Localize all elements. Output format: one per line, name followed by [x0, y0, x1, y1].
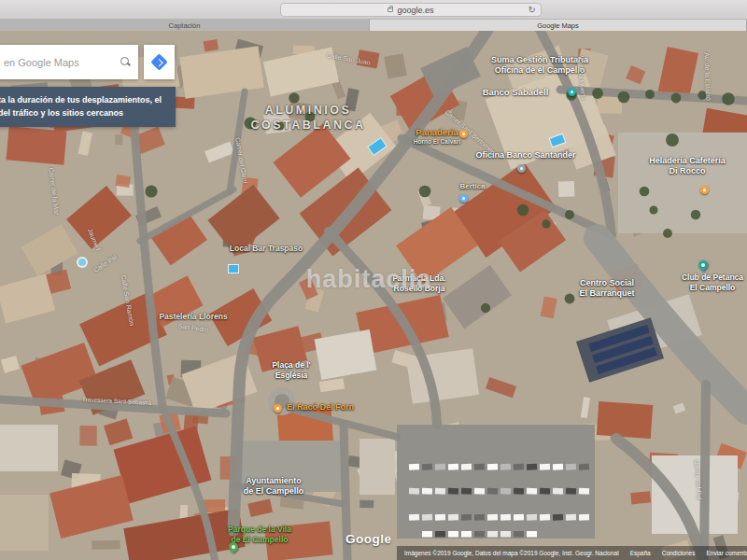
- terms-link[interactable]: Condiciones: [662, 550, 696, 556]
- attribution-bar: Imágenes ©2019 Google, Datos del mapa ©2…: [397, 546, 747, 560]
- street-label-san-pedro: San Pedro: [177, 322, 209, 334]
- street-label-calle-san-juan: Calle San Juan: [326, 52, 371, 68]
- street-label-av-de-la-estacio: Av. de la Estació: [702, 52, 712, 101]
- refresh-icon[interactable]: ↻: [529, 4, 536, 16]
- poi-label-centro-social-el-barranquet[interactable]: Centro SocialEl Barranquet: [579, 278, 634, 300]
- tab-captacion[interactable]: Captación: [0, 20, 370, 31]
- lock-icon: [388, 7, 393, 12]
- shop-marker-bertica[interactable]: [459, 194, 468, 203]
- street-label-calle-san-ramon: Calle San Ramón: [119, 274, 135, 327]
- street-label-jaume-i: Jaume I: [85, 228, 101, 252]
- poi-label-club-petanca[interactable]: Club de PetancaEl Campello: [682, 273, 743, 292]
- poi-label-bertica[interactable]: Bertica: [459, 182, 485, 191]
- poi-label-banco-sabadell[interactable]: Banco Sabadell: [483, 87, 549, 98]
- map-copyright: Imágenes ©2019 Google, Datos del mapa ©2…: [404, 550, 619, 556]
- directions-icon: [150, 53, 167, 70]
- travel-time-tooltip: ta la duración de tus desplazamientos, e…: [0, 87, 176, 127]
- url-text: google.es: [397, 6, 433, 15]
- street-label-calle-pal: Calle Pal: [92, 254, 119, 275]
- bakery-marker[interactable]: [459, 130, 468, 138]
- tab-google-maps[interactable]: Google Maps: [370, 20, 747, 31]
- street-label-travessera-sant-sebastia: Travessera Sant Sebastià: [82, 396, 152, 407]
- map-canvas[interactable]: ALUMINIOSCOSTABLANCASuma Gestión Tributa…: [0, 31, 747, 560]
- poi-label-local-bar-traspaso[interactable]: Local Bar Traspaso: [230, 244, 303, 254]
- browser-toolbar: google.es ↻: [0, 0, 747, 20]
- directions-button[interactable]: [144, 45, 175, 79]
- street-label-carrer-de-la-mar: Carrer de la Mar: [47, 167, 61, 216]
- bank-marker-sabadell[interactable]: [568, 88, 576, 96]
- poi-label-panaderia[interactable]: PanaderíaHorno El Calvari: [414, 127, 461, 146]
- google-logo: Google: [345, 532, 392, 546]
- tooltip-line-1: ta la duración de tus desplazamientos, e…: [0, 93, 168, 106]
- street-label-carrer-del-pal: Carrer del Pal: [692, 459, 703, 500]
- poi-label-placa-esglesia[interactable]: Plaça de l'Església: [272, 360, 310, 380]
- poi-label-heladeria-cafeteria[interactable]: Heladería CafeteríaDi Rocco: [649, 156, 726, 177]
- food-marker-forn[interactable]: [274, 404, 282, 413]
- feedback-link[interactable]: Enviar comentarios: [706, 550, 747, 556]
- url-bar[interactable]: google.es ↻: [280, 3, 542, 17]
- place-pin-petanca[interactable]: [697, 259, 710, 272]
- habitaclia-watermark: habitaclia: [306, 265, 432, 294]
- tooltip-line-2: del tráfico y los sitios cercanos: [0, 106, 168, 119]
- poi-label-parque[interactable]: Parque de la Vilade El Campello: [228, 525, 291, 544]
- poi-label-aluminios-costablanca[interactable]: ALUMINIOSCOSTABLANCA: [250, 104, 365, 133]
- maps-search-box[interactable]: [0, 45, 138, 79]
- poi-label-pasteleria-llorens[interactable]: Pastelería Llorens: [159, 312, 227, 322]
- map-region: España: [630, 550, 651, 556]
- poi-label-ayuntamiento[interactable]: Ayuntamientode El Campello: [244, 476, 304, 497]
- tab-strip: Captación Google Maps: [0, 20, 747, 31]
- food-marker-heladeria[interactable]: [700, 186, 709, 194]
- search-icon[interactable]: [120, 57, 131, 67]
- poi-label-el-raco-del-forn[interactable]: El Racó Del Forn: [287, 402, 354, 413]
- street-label-carrer-del-cami: Carrer del Camí: [233, 137, 248, 185]
- bank-marker-santander[interactable]: [517, 164, 526, 173]
- maps-search-input[interactable]: [2, 56, 120, 69]
